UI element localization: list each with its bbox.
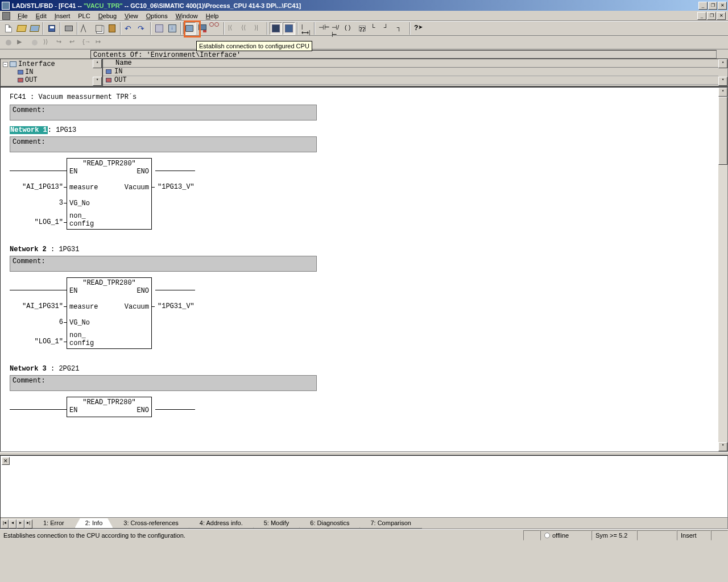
step-button[interactable]: {→ [81, 36, 93, 49]
breakpoint-button[interactable] [2, 36, 15, 49]
tab-first-button[interactable]: |◂ [1, 519, 9, 529]
name-scrollbar[interactable]: ▴ ▾ [718, 59, 727, 86]
close-branch-button[interactable]: ┘ [382, 22, 395, 35]
insert-contact-no-button[interactable]: ⊣⊢ [317, 22, 329, 35]
function-block[interactable]: "READ_TPR280" EN ENO measure VG_No non_ … [67, 277, 152, 349]
details-button[interactable] [283, 22, 295, 35]
cut-button[interactable] [80, 22, 92, 35]
conn-vacuum[interactable]: "1PG13_V" [158, 183, 195, 191]
insert-coil-button[interactable]: ( ) [343, 22, 355, 35]
tree-in[interactable]: IN [2, 68, 101, 76]
tab-diagnostics[interactable]: 6: Diagnostics [299, 518, 360, 529]
interface-tree[interactable]: − Interface IN OUT ▴ ▾ [0, 59, 102, 86]
new-button[interactable] [2, 22, 15, 35]
scroll-down-button[interactable]: ▾ [718, 77, 727, 86]
tab-info[interactable]: 2: Info [75, 518, 114, 529]
lad-network-2[interactable]: "READ_TPR280" EN ENO measure VG_No non_ … [10, 277, 718, 351]
print-button[interactable] [63, 22, 75, 35]
run-to-button[interactable]: ▶ [15, 36, 28, 49]
help-button[interactable] [412, 22, 425, 35]
menu-view[interactable]: View [121, 11, 142, 20]
tab-address[interactable]: 4: Address info. [189, 518, 254, 529]
step-out-button[interactable]: ↩ [68, 36, 80, 49]
menu-window[interactable]: Window [172, 11, 202, 20]
lad-editor[interactable]: FC41 : Vacuum meassurment TPR´s Comment:… [0, 87, 728, 452]
scroll-down-button[interactable]: ▾ [93, 77, 102, 86]
download-button[interactable] [166, 22, 179, 35]
goto-start-button[interactable]: |⟨ [226, 22, 239, 35]
open-branch-button[interactable]: └ [369, 22, 382, 35]
tree-root[interactable]: − Interface [2, 60, 101, 68]
network-header[interactable]: Network 1: 1PG13 [10, 126, 718, 134]
tab-comparison[interactable]: 7: Comparison [359, 518, 422, 529]
restore-button[interactable]: ❐ [708, 2, 717, 10]
insert-contact-nc-button[interactable]: ⊣/⊢ [330, 22, 342, 35]
function-block[interactable]: "READ_TPR280" EN ENO [67, 397, 152, 417]
network-comment[interactable]: Comment: [10, 136, 317, 152]
undo-button[interactable] [123, 22, 135, 35]
conn-measure[interactable]: "AI_1PG13" [10, 183, 63, 191]
collapse-icon[interactable]: − [3, 62, 8, 67]
tree-scrollbar[interactable]: ▴ ▾ [93, 59, 102, 86]
save-button[interactable] [46, 22, 58, 35]
tab-next-button[interactable]: ▸ [16, 519, 24, 529]
scroll-up-button[interactable]: ▴ [718, 59, 727, 68]
menu-insert[interactable]: Insert [51, 11, 75, 20]
conn-vgno[interactable]: 6 [10, 318, 63, 326]
lad-network-3[interactable]: "READ_TPR280" EN ENO [10, 397, 718, 419]
conn-nonconfig[interactable]: "LOG_1" [10, 218, 63, 226]
stop-button[interactable] [28, 36, 41, 49]
establish-connection-button[interactable] [196, 22, 209, 35]
menu-edit[interactable]: Edit [32, 11, 51, 20]
mdi-child-icon[interactable] [2, 12, 10, 20]
mdi-close-button[interactable]: ✕ [717, 12, 726, 20]
conn-vgno[interactable]: 3 [10, 199, 63, 207]
scroll-up-button[interactable]: ▴ [93, 59, 102, 68]
tab-last-button[interactable]: ▸| [24, 519, 32, 529]
step-into-button[interactable]: ↪ [55, 36, 67, 49]
tree-out[interactable]: OUT [2, 76, 101, 84]
redo-button[interactable] [136, 22, 148, 35]
conn-nonconfig[interactable]: "LOG_1" [10, 338, 63, 346]
name-row-in[interactable]: IN [103, 68, 727, 76]
monitor-offline-button[interactable] [183, 22, 196, 35]
tab-modify[interactable]: 5: Modify [253, 518, 300, 529]
menu-help[interactable]: Help [202, 11, 223, 20]
tab-error[interactable]: 1: Error [32, 518, 75, 529]
function-block[interactable]: "READ_TPR280" EN ENO measure VG_No non_ … [67, 158, 152, 230]
prev-button[interactable]: ⟨⟨ [239, 22, 252, 35]
conn-vacuum[interactable]: "1PG31_V" [158, 302, 195, 310]
conn-measure[interactable]: "AI_1PG31" [10, 302, 63, 310]
scroll-up-button[interactable]: ▴ [718, 88, 727, 97]
next-button[interactable]: ⟩| [253, 22, 265, 35]
scroll-down-button[interactable]: ▾ [718, 442, 727, 451]
menu-plc[interactable]: PLC [74, 11, 94, 20]
catalog-button[interactable]: |⟷| [300, 22, 312, 35]
close-button[interactable]: ✕ [718, 2, 727, 10]
overview-button[interactable] [270, 22, 282, 35]
insert-box-button[interactable]: ⁇ [356, 22, 369, 35]
network-comment[interactable]: Comment: [10, 375, 317, 391]
network-header[interactable]: Network 2 : 1PG31 [10, 246, 718, 253]
copy-button[interactable] [93, 22, 105, 35]
step-over-button[interactable]: ⟩⟩ [42, 36, 54, 49]
mdi-restore-button[interactable]: ❐ [707, 12, 716, 20]
accessible-nodes-button[interactable] [153, 22, 166, 35]
monitor-glasses-button[interactable] [209, 22, 222, 35]
network-header[interactable]: Network 3 : 2PG21 [10, 365, 718, 373]
minimize-button[interactable]: _ [698, 2, 708, 10]
open-button[interactable] [15, 22, 28, 35]
panel-close-button[interactable]: ✕ [2, 457, 10, 465]
mdi-minimize-button[interactable]: _ [697, 12, 706, 20]
network-comment[interactable]: Comment: [10, 256, 317, 272]
block-comment[interactable]: Comment: [10, 105, 317, 120]
paste-button[interactable] [106, 22, 118, 35]
menu-debug[interactable]: Debug [94, 11, 121, 20]
name-row-out[interactable]: OUT [103, 76, 727, 85]
tab-crossref[interactable]: 3: Cross-references [113, 518, 189, 529]
lad-network-1[interactable]: "READ_TPR280" EN ENO measure VG_No non_ … [10, 158, 718, 232]
continue-button[interactable]: ↦ [94, 36, 106, 49]
menu-options[interactable]: Options [142, 11, 172, 20]
scroll-thumb[interactable] [718, 97, 727, 165]
tab-prev-button[interactable]: ◂ [9, 519, 16, 529]
